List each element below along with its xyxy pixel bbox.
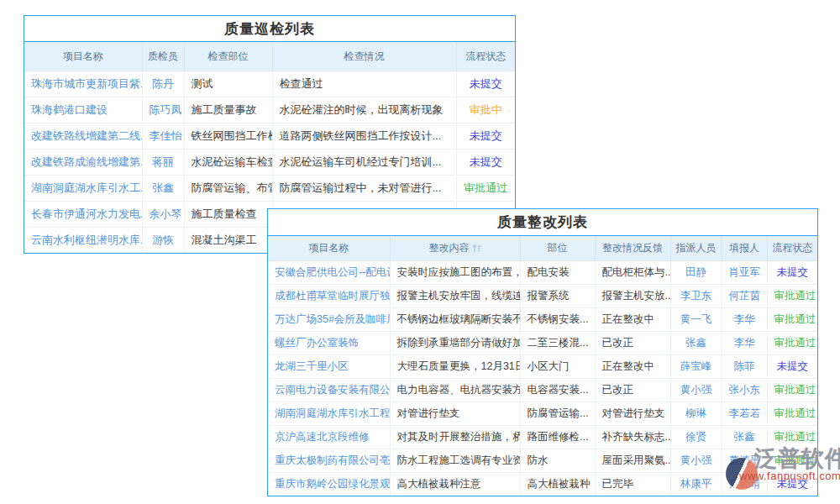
table-row: 改建铁路线增建第二线... 李佳怡 铁丝网围挡工作检查 道路两侧铁丝网围挡工作按… bbox=[24, 123, 515, 150]
rectify-header-row: 项目名称 整改内容 部位 整改情况反馈 指派人员 填报人 流程状态 bbox=[268, 236, 817, 261]
feedback-cell: 已改正 bbox=[595, 379, 670, 402]
inspector-name[interactable]: 陈巧凤 bbox=[142, 97, 184, 123]
project-link[interactable]: 改建铁路线增建第二线... bbox=[24, 123, 142, 150]
project-link[interactable]: 龙湖三千里小区 bbox=[268, 355, 390, 379]
part-cell: 防水 bbox=[520, 449, 595, 473]
inspection-header-row: 项目名称 质检员 检查部位 检查情况 流程状态 bbox=[24, 42, 515, 71]
table-row: 螺丝厂办公室装饰 拆除到承重墙部分请做好加固... 二至三楼混... 已改正 张… bbox=[268, 332, 817, 355]
status-badge: 未提交 bbox=[767, 261, 817, 285]
check-situation-cell: 水泥砼运输车司机经过专门培训... bbox=[272, 150, 456, 176]
project-link[interactable]: 长春市伊通河水力发电... bbox=[24, 202, 142, 228]
assignee-name[interactable]: 黄小强 bbox=[670, 449, 722, 473]
col-flow-status: 流程状态 bbox=[767, 236, 817, 261]
check-situation-cell: 水泥砼灌注的时候，出现离析现象 bbox=[272, 97, 456, 123]
reporter-name[interactable]: 何芷茵 bbox=[722, 285, 767, 308]
reporter-name[interactable]: 李华 bbox=[722, 308, 767, 332]
rectify-content-cell: 对管进行垫支 bbox=[390, 402, 520, 426]
reporter-name[interactable]: 李若若 bbox=[722, 402, 767, 426]
sort-ascending-icon[interactable] bbox=[472, 244, 481, 253]
check-situation-cell: 检查通过 bbox=[272, 71, 456, 97]
table-row: 珠海市城市更新项目紫... 陈丹 测试 检查通过 未提交 bbox=[24, 71, 515, 97]
feedback-cell: 正在整改中 bbox=[595, 355, 670, 379]
reporter-name[interactable]: 肖亚军 bbox=[722, 261, 767, 285]
project-link[interactable]: 湖南洞庭湖水库引水工... bbox=[24, 176, 142, 202]
assignee-name[interactable]: 林康平 bbox=[670, 473, 722, 496]
status-badge: 审批通过 bbox=[767, 402, 817, 426]
col-feedback: 整改情况反馈 bbox=[595, 236, 670, 261]
table-row: 改建铁路成渝线增建第... 蒋丽 水泥砼运输车检查 水泥砼运输车司机经过专门培训… bbox=[24, 150, 515, 176]
col-rectify-content[interactable]: 整改内容 bbox=[390, 236, 520, 261]
feedback-cell: 对管进行垫支 bbox=[595, 402, 670, 426]
table-row: 湖南洞庭湖水库引水工... 张鑫 防腐管运输、布管 防腐管运输过程中，未对管进行… bbox=[24, 176, 515, 202]
feedback-cell: 报警主机安放... bbox=[595, 285, 670, 308]
inspector-name[interactable]: 蒋丽 bbox=[142, 150, 184, 176]
project-link[interactable]: 万达广场35#会所及咖啡厅空... bbox=[268, 308, 390, 332]
status-badge: 未提交 bbox=[767, 355, 817, 379]
col-assignee: 指派人员 bbox=[670, 236, 722, 261]
check-part-cell: 水泥砼运输车检查 bbox=[184, 150, 272, 176]
check-part-cell: 混凝土沟渠工 bbox=[184, 228, 272, 254]
assignee-name[interactable]: 李卫东 bbox=[670, 285, 722, 308]
feedback-cell: 已改正 bbox=[595, 332, 670, 355]
reporter-name[interactable]: 李华 bbox=[722, 332, 767, 355]
col-flow-status: 流程状态 bbox=[456, 42, 515, 71]
table-row: 云南电力设备安装有限公司20... 电力电容器、电抗器安装方案,... 电容器安… bbox=[268, 379, 817, 402]
check-part-cell: 施工质量事故 bbox=[184, 97, 272, 123]
rectify-content-cell: 报警主机安放牢固，线缆连接... bbox=[390, 285, 520, 308]
rectify-content-label: 整改内容 bbox=[429, 242, 470, 254]
assignee-name[interactable]: 黄一飞 bbox=[670, 308, 722, 332]
project-link[interactable]: 螺丝厂办公室装饰 bbox=[268, 332, 390, 355]
assignee-name[interactable]: 田静 bbox=[670, 261, 722, 285]
inspector-name[interactable]: 陈丹 bbox=[142, 71, 184, 97]
assignee-name[interactable]: 黄小强 bbox=[670, 379, 722, 402]
project-link[interactable]: 安徽合肥供电公司--配电设备... bbox=[268, 261, 390, 285]
col-part: 部位 bbox=[520, 236, 595, 261]
project-link[interactable]: 成都杜甫草堂临时展厅独立展... bbox=[268, 285, 390, 308]
project-link[interactable]: 重庆太极制药有限公司亳州中... bbox=[268, 449, 390, 473]
table-row: 安徽合肥供电公司--配电设备... 安装时应按施工图的布置，将... 配电安装 … bbox=[268, 261, 817, 285]
status-badge: 未提交 bbox=[456, 71, 515, 97]
inspector-name[interactable]: 余小琴 bbox=[142, 202, 184, 228]
check-situation-cell: 防腐管运输过程中，未对管进行... bbox=[272, 176, 456, 202]
rectify-content-cell: 防水工程施工选调有专业资质... bbox=[390, 449, 520, 473]
col-inspector: 质检员 bbox=[142, 42, 184, 71]
project-link[interactable]: 湖南洞庭湖水库引水工程施工标 bbox=[268, 402, 390, 426]
inspector-name[interactable]: 李佳怡 bbox=[142, 123, 184, 150]
part-cell: 电容器安装... bbox=[520, 379, 595, 402]
col-project-name: 项目名称 bbox=[268, 236, 390, 261]
check-part-cell: 铁丝网围挡工作检查 bbox=[184, 123, 272, 150]
project-link[interactable]: 改建铁路成渝线增建第... bbox=[24, 150, 142, 176]
reporter-name[interactable]: 张小东 bbox=[722, 379, 767, 402]
col-check-part: 检查部位 bbox=[184, 42, 272, 71]
project-link[interactable]: 珠海鹤港口建设 bbox=[24, 97, 142, 123]
assignee-name[interactable]: 柳琳 bbox=[670, 402, 722, 426]
table-row: 成都杜甫草堂临时展厅独立展... 报警主机安放牢固，线缆连接... 报警系统 报… bbox=[268, 285, 817, 308]
assignee-name[interactable]: 徐贤 bbox=[670, 426, 722, 449]
col-project-name: 项目名称 bbox=[24, 42, 142, 71]
project-link[interactable]: 云南水利枢纽潜明水库... bbox=[24, 228, 142, 254]
rectify-content-cell: 对其及时开展整治措施，桥头... bbox=[390, 426, 520, 449]
check-part-cell: 施工质量检查 bbox=[184, 202, 272, 228]
part-cell: 不锈钢安装... bbox=[520, 308, 595, 332]
project-link[interactable]: 重庆市鹅岭公园绿化景观提升... bbox=[268, 473, 390, 496]
inspector-name[interactable]: 张鑫 bbox=[142, 176, 184, 202]
check-part-cell: 测试 bbox=[184, 71, 272, 97]
project-link[interactable]: 珠海市城市更新项目紫... bbox=[24, 71, 142, 97]
rectify-list-title: 质量整改列表 bbox=[268, 209, 817, 236]
project-link[interactable]: 京沪高速北京段维修 bbox=[268, 426, 390, 449]
col-reporter: 填报人 bbox=[722, 236, 767, 261]
inspector-name[interactable]: 游恢 bbox=[142, 228, 184, 254]
part-cell: 防腐管运输... bbox=[520, 402, 595, 426]
part-cell: 高大植被栽种 bbox=[520, 473, 595, 496]
rectify-content-cell: 电力电容器、电抗器安装方案,... bbox=[390, 379, 520, 402]
assignee-name[interactable]: 薛宝峰 bbox=[670, 355, 722, 379]
reporter-name[interactable]: 陈菲 bbox=[722, 355, 767, 379]
feedback-cell: 补齐缺失标志... bbox=[595, 426, 670, 449]
status-badge: 审批通过 bbox=[456, 176, 515, 202]
part-cell: 小区大门 bbox=[520, 355, 595, 379]
assignee-name[interactable]: 张鑫 bbox=[670, 332, 722, 355]
status-badge: 未提交 bbox=[456, 123, 515, 150]
project-link[interactable]: 云南电力设备安装有限公司20... bbox=[268, 379, 390, 402]
check-part-cell: 防腐管运输、布管 bbox=[184, 176, 272, 202]
table-row: 龙湖三千里小区 大理石质量更换，12月31日之... 小区大门 正在整改中 薛宝… bbox=[268, 355, 817, 379]
